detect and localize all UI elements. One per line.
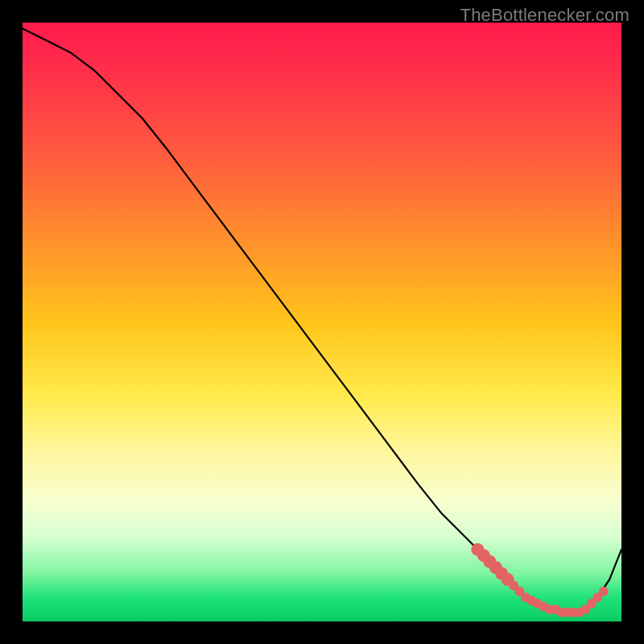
bottleneck-curve [23, 28, 621, 612]
attribution-text: TheBottlenecker.com [460, 5, 630, 26]
curve-svg [23, 23, 621, 621]
highlight-markers [471, 543, 608, 617]
marker-dot [599, 587, 609, 597]
plot-area [23, 23, 621, 621]
chart-frame: TheBottlenecker.com [0, 0, 644, 644]
